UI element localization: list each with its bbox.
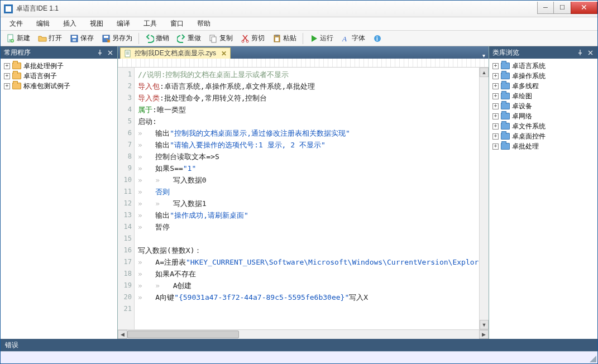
expand-icon[interactable]: + bbox=[492, 73, 499, 79]
tree-item[interactable]: + 卓多线程 bbox=[490, 81, 596, 91]
menu-view[interactable]: 视图 bbox=[84, 18, 109, 30]
scroll-left-button[interactable]: ◀ bbox=[118, 330, 127, 339]
folder-icon bbox=[501, 113, 510, 119]
minimize-button[interactable]: ─ bbox=[537, 2, 554, 14]
tree-label: 卓设备 bbox=[512, 102, 532, 111]
menu-help[interactable]: 帮助 bbox=[192, 18, 216, 30]
menu-insert[interactable]: 插入 bbox=[58, 18, 82, 30]
saveas-button[interactable]: 另存为 bbox=[98, 32, 136, 45]
tree-item[interactable]: + 卓语言系统 bbox=[490, 61, 596, 71]
new-button[interactable]: 新建 bbox=[3, 32, 34, 45]
run-button[interactable]: 运行 bbox=[306, 32, 337, 45]
expand-icon[interactable]: + bbox=[492, 143, 499, 150]
toolbar-separator bbox=[303, 33, 303, 44]
copy-button[interactable]: 复制 bbox=[205, 32, 236, 45]
app-icon bbox=[4, 4, 13, 13]
copy-icon bbox=[209, 34, 218, 43]
scroll-right-button[interactable]: ▶ bbox=[479, 330, 489, 339]
paste-button[interactable]: 粘贴 bbox=[269, 32, 300, 45]
document-icon bbox=[124, 50, 132, 58]
editor-tabstrip: 控制我DE文档桌面显示.zys ✕ ▾ bbox=[118, 46, 489, 59]
programs-panel-header: 常用程序 bbox=[1, 46, 117, 59]
expand-icon[interactable]: + bbox=[4, 63, 10, 69]
tree-item[interactable]: + 卓文件系统 bbox=[490, 121, 596, 131]
close-panel-icon[interactable] bbox=[106, 49, 114, 56]
expand-icon[interactable]: + bbox=[492, 133, 499, 140]
expand-icon[interactable]: + bbox=[492, 63, 499, 69]
library-tree: + 卓语言系统 + 卓操作系统 + 卓多线程 + 卓绘图 + 卓设备 + 卓网络 bbox=[489, 59, 597, 339]
redo-button[interactable]: 重做 bbox=[174, 32, 204, 45]
tree-item[interactable]: +卓语言例子 bbox=[2, 71, 116, 81]
tree-item[interactable]: +标准包测试例子 bbox=[2, 81, 116, 91]
resize-grip-icon[interactable] bbox=[589, 355, 596, 362]
menu-file[interactable]: 文件 bbox=[4, 18, 28, 30]
svg-rect-12 bbox=[275, 35, 279, 36]
vertical-scrollbar[interactable]: ▲ ▼ bbox=[479, 68, 489, 329]
hscroll-track[interactable] bbox=[127, 330, 479, 339]
font-button[interactable]: A字体 bbox=[338, 32, 369, 45]
tree-item[interactable]: + 卓操作系统 bbox=[490, 71, 596, 81]
scroll-track[interactable] bbox=[480, 77, 489, 320]
error-panel-header[interactable]: 错误 bbox=[1, 339, 597, 351]
menu-edit[interactable]: 编辑 bbox=[31, 18, 55, 30]
tree-item[interactable]: +卓批处理例子 bbox=[2, 61, 116, 71]
tree-label: 卓操作系统 bbox=[512, 71, 546, 81]
save-label: 保存 bbox=[80, 33, 94, 43]
tree-label: 卓批处理 bbox=[512, 142, 539, 151]
close-tab-icon[interactable]: ✕ bbox=[221, 50, 227, 58]
tree-label: 卓语言系统 bbox=[512, 61, 546, 71]
tree-item[interactable]: + 卓网络 bbox=[490, 111, 596, 121]
paste-label: 粘贴 bbox=[283, 33, 296, 43]
toolbar: 新建 打开 保存 另存为 撤销 重做 复制 剪切 粘贴 运行 A字体 i bbox=[1, 31, 597, 46]
folder-icon bbox=[12, 63, 21, 69]
pin-icon[interactable] bbox=[576, 49, 584, 56]
menu-compile[interactable]: 编译 bbox=[111, 18, 136, 30]
scroll-up-button[interactable]: ▲ bbox=[480, 68, 489, 77]
svg-rect-13 bbox=[275, 37, 279, 41]
line-number-gutter: 123456789101112131415161718192021 bbox=[118, 68, 135, 329]
editor-ruler bbox=[118, 59, 489, 68]
pin-icon[interactable] bbox=[96, 49, 104, 56]
tree-item[interactable]: + 卓设备 bbox=[490, 101, 596, 111]
svg-text:i: i bbox=[376, 36, 378, 42]
menu-tools[interactable]: 工具 bbox=[138, 18, 162, 30]
run-label: 运行 bbox=[320, 33, 333, 43]
expand-icon[interactable]: + bbox=[492, 113, 499, 119]
expand-icon[interactable]: + bbox=[4, 73, 10, 79]
help-button[interactable]: i bbox=[370, 32, 385, 45]
cut-button[interactable]: 剪切 bbox=[237, 32, 268, 45]
folder-icon bbox=[12, 73, 21, 79]
maximize-button[interactable]: ☐ bbox=[554, 2, 571, 14]
expand-icon[interactable]: + bbox=[492, 103, 499, 109]
horizontal-scrollbar[interactable]: ◀ ▶ bbox=[118, 329, 489, 339]
programs-panel: 常用程序 +卓批处理例子 +卓语言例子 +标准包测试例子 bbox=[1, 46, 118, 339]
tree-item[interactable]: + 卓批处理 bbox=[490, 141, 596, 151]
expand-icon[interactable]: + bbox=[492, 83, 499, 89]
save-icon bbox=[70, 34, 79, 43]
code-editor[interactable]: //说明:控制我的文档在桌面上显示或者不显示 导入包:卓语言系统,卓操作系统,卓… bbox=[135, 68, 479, 329]
menu-window[interactable]: 窗口 bbox=[165, 18, 189, 30]
expand-icon[interactable]: + bbox=[492, 123, 499, 130]
hscroll-thumb[interactable] bbox=[127, 331, 239, 338]
scroll-down-button[interactable]: ▼ bbox=[480, 320, 489, 329]
tree-item[interactable]: + 卓绘图 bbox=[490, 91, 596, 101]
programs-tree: +卓批处理例子 +卓语言例子 +标准包测试例子 bbox=[1, 59, 117, 339]
tree-label: 卓绘图 bbox=[512, 92, 532, 101]
editor-rows: 123456789101112131415161718192021 //说明:控… bbox=[118, 68, 489, 329]
statusbar bbox=[1, 351, 597, 363]
tree-item[interactable]: + 卓桌面控件 bbox=[490, 131, 596, 141]
expand-icon[interactable]: + bbox=[492, 93, 499, 99]
save-button[interactable]: 保存 bbox=[66, 32, 97, 45]
svg-rect-4 bbox=[73, 39, 76, 41]
close-panel-icon[interactable] bbox=[586, 49, 594, 56]
file-tab[interactable]: 控制我DE文档桌面显示.zys ✕ bbox=[120, 47, 231, 59]
open-folder-icon bbox=[38, 34, 47, 43]
open-button[interactable]: 打开 bbox=[35, 32, 65, 45]
undo-button[interactable]: 撤销 bbox=[142, 32, 173, 45]
expand-icon[interactable]: + bbox=[4, 83, 10, 89]
tab-dropdown-icon[interactable]: ▾ bbox=[482, 52, 485, 59]
cut-label: 剪切 bbox=[251, 33, 265, 43]
tree-label: 卓批处理例子 bbox=[23, 61, 64, 71]
tree-label: 卓桌面控件 bbox=[512, 132, 546, 141]
close-button[interactable]: ✕ bbox=[571, 2, 597, 14]
